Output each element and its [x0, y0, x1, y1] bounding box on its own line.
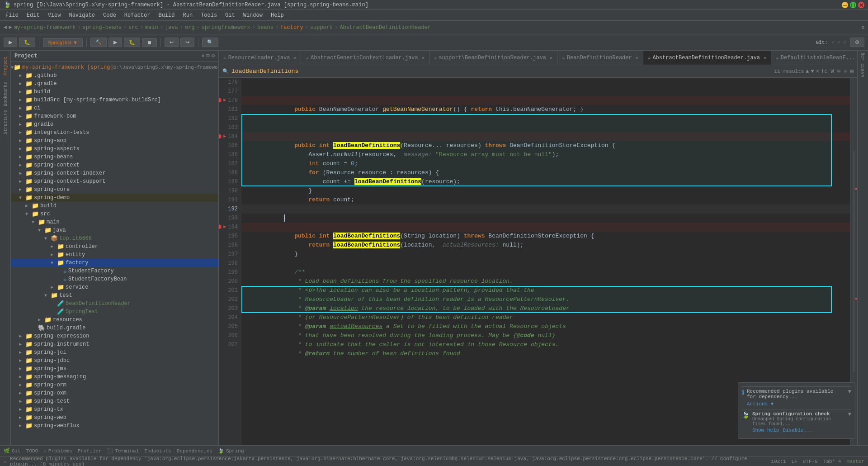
maximize-button[interactable]: □ [850, 2, 856, 8]
toolbar-run[interactable]: ▶ [108, 38, 122, 47]
tree-spring-test-class[interactable]: 🧪 SpringTest [11, 308, 218, 316]
nav-settings[interactable]: ⚙ [861, 24, 864, 30]
breadcrumb-class[interactable]: AbstractBeanDefinitionReader [340, 24, 431, 31]
tree-spring-instrument[interactable]: ► 📁 spring-instrument [11, 340, 218, 348]
tree-github[interactable]: ► 📁 .github [11, 71, 218, 80]
sidebar-bookmark-icon[interactable]: Bookmarks [1, 81, 10, 108]
event-log-btn[interactable]: Event Log [860, 52, 865, 77]
toolbar-debug[interactable]: 🐛 [19, 38, 35, 47]
status-line-sep[interactable]: LF [792, 459, 797, 464]
tree-framework-bom[interactable]: ► 📁 framework-bom [11, 112, 218, 120]
nav-back[interactable]: ◄ [4, 24, 7, 31]
tree-spring-demo[interactable]: ▼ 📁 spring-demo [11, 194, 218, 202]
tree-spring-jms[interactable]: ► 📁 spring-jms [11, 365, 218, 373]
tree-spring-messaging[interactable]: ► 📁 spring-messaging [11, 373, 218, 381]
tree-resources[interactable]: ► 📁 resources [11, 316, 218, 324]
sidebar-project-icon[interactable]: Project [1, 52, 10, 80]
tab-bdr[interactable]: ☕ BeanDefinitionReader ✕ [557, 51, 643, 65]
status-branch[interactable]: master [846, 459, 864, 464]
tab-close-abstract-bdr[interactable]: ✕ [764, 55, 766, 61]
panel-expand-all[interactable]: ≡ [201, 52, 204, 59]
breadcrumb-src[interactable]: src [128, 24, 138, 31]
status-indent[interactable]: Tab* 4 [823, 459, 841, 464]
toolbar-build[interactable]: 🔨 [90, 38, 107, 47]
tree-spring-context-indexer[interactable]: ► 📁 spring-context-indexer [11, 169, 218, 177]
tree-spring-webflux[interactable]: ► 📁 spring-webflux [11, 422, 218, 430]
nav-forward[interactable]: ► [9, 24, 12, 31]
toolbar-settings[interactable]: ⚙ [850, 38, 864, 47]
search-next[interactable]: ▼ [811, 68, 814, 75]
toolbar-run-config[interactable]: ▶ [4, 38, 17, 47]
tree-spring-expression[interactable]: ► 📁 spring-expression [11, 332, 218, 340]
tree-gradle[interactable]: ► 📁 gradle [11, 120, 218, 128]
breadcrumb-springframework[interactable]: springframework [202, 24, 250, 31]
bottom-terminal[interactable]: ⬛ Terminal [107, 448, 139, 454]
tree-demo-main[interactable]: ▼ 📁 main [11, 218, 218, 226]
tree-spring-aop[interactable]: ► 📁 spring-aop [11, 137, 218, 145]
tab-close-resource-loader[interactable]: ✕ [293, 55, 296, 61]
breadcrumb-main[interactable]: main [145, 24, 158, 31]
tree-spring-jdbc[interactable]: ► 📁 spring-jdbc [11, 357, 218, 365]
menu-navigate[interactable]: Navigate [65, 11, 99, 19]
tree-gradle-hidden[interactable]: ► 📁 .gradle [11, 80, 218, 88]
tree-spring-core[interactable]: ► 📁 spring-core [11, 185, 218, 194]
tree-student-factory[interactable]: ☕ StudentFactory [11, 267, 218, 275]
menu-code[interactable]: Code [99, 11, 120, 19]
tree-student-factory-bean[interactable]: ☕ StudentFactoryBean [11, 275, 218, 283]
breadcrumb-root[interactable]: my-spring-framework [14, 24, 75, 31]
bottom-spring[interactable]: 🍃 Spring [218, 448, 244, 454]
tree-top-it6666[interactable]: ▼ 📦 top.it6666 [11, 234, 218, 243]
breadcrumb-java[interactable]: java [165, 24, 178, 31]
bottom-problems[interactable]: ⚠ Problems [43, 448, 72, 454]
breadcrumb-spring-beans[interactable]: spring-beans [82, 24, 121, 31]
toolbar-debug2[interactable]: 🐛 [124, 38, 140, 47]
tree-root[interactable]: ▼ 📁 my-spring-framework [spring] D:\Java… [11, 63, 218, 71]
menu-help[interactable]: Help [267, 11, 288, 19]
bottom-profiler[interactable]: Profiler [78, 448, 102, 454]
tree-test[interactable]: ▼ 📁 test [11, 291, 218, 300]
tree-spring-oxm[interactable]: ► 📁 spring-oxm [11, 389, 218, 397]
tree-controller[interactable]: ► 📁 controller [11, 243, 218, 251]
tree-entity[interactable]: ► 📁 entity [11, 251, 218, 259]
breadcrumb-beans[interactable]: beans [257, 24, 274, 31]
tree-factory[interactable]: ▼ 📁 factory [11, 259, 218, 267]
menu-window[interactable]: Window [240, 11, 266, 19]
menu-tools[interactable]: Tools [197, 11, 221, 19]
sidebar-structure-icon[interactable]: Structure [1, 109, 10, 136]
tab-close-support-bdr[interactable]: ✕ [550, 55, 552, 61]
toolbar-stop[interactable]: ⏹ [142, 38, 157, 47]
tab-close-bdr[interactable]: ✕ [636, 55, 638, 61]
tree-demo-build[interactable]: ► 📁 build [11, 202, 218, 210]
breadcrumb-org[interactable]: org [185, 24, 195, 31]
tree-spring-web[interactable]: ► 📁 spring-web [11, 414, 218, 422]
menu-refactor[interactable]: Refactor [121, 11, 154, 19]
notification-expand-2[interactable]: ▼ [848, 411, 851, 418]
panel-gear[interactable]: ⚙ [212, 52, 215, 59]
menu-build[interactable]: Build [155, 11, 178, 19]
tree-integration-tests[interactable]: ► 📁 integration-tests [11, 128, 218, 137]
tree-ci[interactable]: ► 📁 ci [11, 104, 218, 112]
tree-spring-context-support[interactable]: ► 📁 spring-context-support [11, 177, 218, 185]
menu-view[interactable]: View [44, 11, 65, 19]
tree-build-gradle[interactable]: 🐘 build.gradle [11, 324, 218, 332]
tree-spring-jcl[interactable]: ► 📁 spring-jcl [11, 348, 218, 357]
panel-collapse-all[interactable]: ⊟ [207, 52, 210, 59]
status-position[interactable]: 192:1 [771, 459, 786, 464]
tab-resource-loader[interactable]: ☕ ResourceLoader.java ✕ [219, 51, 301, 65]
tab-support-bdr[interactable]: ☕ support\BeanDefinitionReader.java ✕ [429, 51, 557, 65]
breakpoint-184[interactable]: ⬤ [219, 132, 222, 141]
bottom-todo[interactable]: TODO [26, 448, 38, 454]
bottom-endpoints[interactable]: Endpoints [144, 448, 171, 454]
search-prev[interactable]: ▲ [806, 68, 809, 75]
toolbar-redo[interactable]: ↪ [180, 38, 194, 47]
menu-edit[interactable]: Edit [23, 11, 43, 19]
menu-git[interactable]: Git [222, 11, 239, 19]
tree-spring-orm[interactable]: ► 📁 spring-orm [11, 381, 218, 389]
minimize-button[interactable]: ─ [842, 2, 848, 8]
spring-show-link[interactable]: Show help [752, 428, 779, 433]
tree-service[interactable]: ► 📁 service [11, 283, 218, 291]
tree-spring-tx[interactable]: ► 📁 spring-tx [11, 405, 218, 414]
spring-disable-link[interactable]: Disable... [783, 428, 812, 433]
bottom-git[interactable]: 🌿 Git [4, 448, 21, 454]
tree-bean-definition-reader[interactable]: 🧪 BeanDefinitionReader [11, 300, 218, 308]
